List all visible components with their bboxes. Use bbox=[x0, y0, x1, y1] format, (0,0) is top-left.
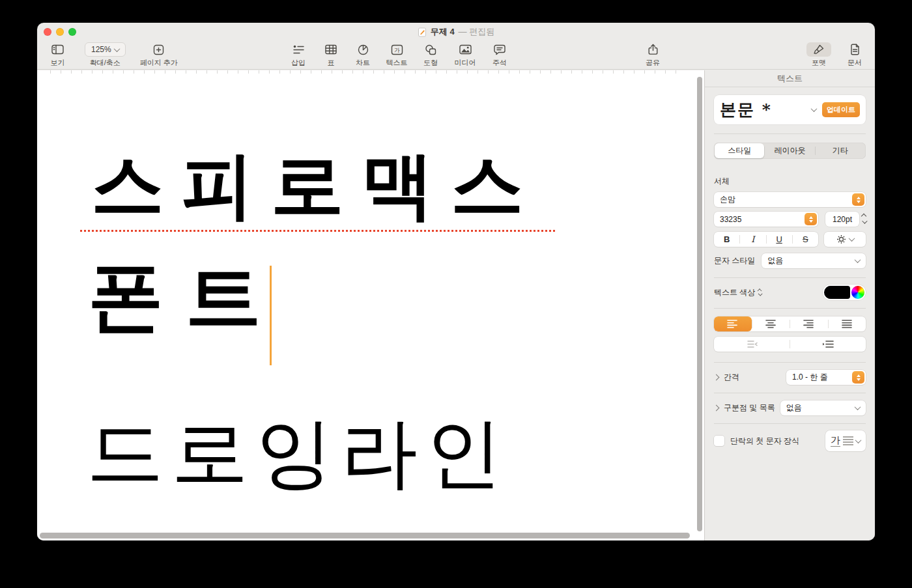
pie-chart-icon bbox=[351, 42, 375, 57]
divider bbox=[714, 277, 866, 278]
increase-indent-button[interactable] bbox=[790, 337, 866, 352]
divider bbox=[714, 423, 866, 424]
toolbar: 보기 125% 확대/축소 페이지 추가 삽입 bbox=[37, 40, 875, 70]
update-style-button[interactable]: 업데이트 bbox=[822, 102, 860, 117]
insert-button[interactable]: 삽입 bbox=[283, 42, 313, 68]
font-family-value: 손맘 bbox=[720, 194, 852, 205]
gear-icon bbox=[836, 234, 846, 244]
share-button[interactable]: 공유 bbox=[638, 42, 668, 68]
media-button[interactable]: 미디어 bbox=[449, 42, 481, 68]
divider bbox=[714, 362, 866, 363]
window-title: 무제 4 bbox=[431, 26, 455, 38]
advanced-options-button[interactable] bbox=[824, 232, 866, 247]
table-icon bbox=[319, 42, 343, 57]
stepper-icon bbox=[852, 371, 864, 384]
updown-chevrons-icon bbox=[758, 289, 762, 296]
font-style-popup[interactable]: 33235 bbox=[714, 212, 818, 227]
tab-style[interactable]: 스타일 bbox=[715, 143, 764, 158]
vertical-scrollbar[interactable] bbox=[697, 77, 702, 531]
format-button[interactable]: 포맷 bbox=[803, 42, 834, 68]
bold-button[interactable]: B bbox=[714, 232, 739, 247]
bullets-label: 구분점 및 목록 bbox=[724, 402, 775, 413]
dropcap-lines-icon bbox=[843, 436, 853, 445]
tab-layout[interactable]: 레이아웃 bbox=[765, 143, 814, 158]
stepper-icon bbox=[805, 213, 817, 225]
format-brush-icon bbox=[806, 42, 831, 57]
spacing-popup[interactable]: 1.0 - 한 줄 bbox=[786, 370, 866, 385]
text-format-segment: B I U S bbox=[714, 232, 818, 247]
view-button[interactable]: 보기 bbox=[45, 42, 70, 68]
zoom-dropdown[interactable]: 125% bbox=[85, 42, 126, 57]
align-right-button[interactable] bbox=[790, 316, 828, 331]
italic-button[interactable]: I bbox=[740, 232, 765, 247]
media-icon bbox=[453, 42, 478, 57]
font-section-label: 서체 bbox=[714, 176, 866, 187]
disclosure-chevron-icon[interactable] bbox=[713, 374, 720, 381]
chevron-down-icon bbox=[855, 404, 861, 410]
chevron-down-icon bbox=[113, 46, 120, 52]
sidebar-title: 텍스트 bbox=[714, 70, 866, 87]
stepper-icon bbox=[852, 193, 864, 206]
strikethrough-button[interactable]: S bbox=[793, 232, 818, 247]
font-size-stepper[interactable] bbox=[862, 214, 866, 224]
chart-button[interactable]: 차트 bbox=[349, 42, 377, 68]
current-color-swatch[interactable] bbox=[824, 286, 850, 299]
text-color-well[interactable] bbox=[823, 285, 866, 300]
color-wheel-icon[interactable] bbox=[851, 286, 864, 299]
title-bar: 무제 4 — 편집됨 bbox=[37, 23, 875, 40]
document-settings-button[interactable]: 문서 bbox=[840, 42, 870, 68]
divider bbox=[714, 133, 866, 134]
char-style-label: 문자 스타일 bbox=[714, 255, 755, 266]
align-left-button[interactable] bbox=[714, 316, 752, 331]
alignment-segment bbox=[714, 316, 866, 331]
text-color-label: 텍스트 색상 bbox=[714, 287, 755, 298]
textbox-button[interactable]: 가 텍스트 bbox=[381, 42, 412, 68]
text-insertion-caret bbox=[270, 266, 272, 365]
chevron-down-icon bbox=[811, 105, 818, 112]
font-family-popup[interactable]: 손맘 bbox=[714, 192, 866, 207]
insert-icon bbox=[286, 42, 311, 57]
underline-button[interactable]: U bbox=[767, 232, 792, 247]
font-size-field[interactable]: 120pt bbox=[825, 212, 859, 227]
document-proxy-icon bbox=[418, 27, 427, 37]
view-sidebar-icon bbox=[45, 42, 70, 57]
align-justify-button[interactable] bbox=[829, 316, 866, 331]
chevron-down-icon bbox=[855, 257, 861, 263]
dropcap-style-button[interactable]: 가 bbox=[825, 430, 866, 451]
textbox-icon: 가 bbox=[384, 42, 410, 57]
paragraph-style-picker[interactable]: 본문 * 업데이트 bbox=[714, 95, 866, 124]
comment-button[interactable]: 주석 bbox=[485, 42, 514, 68]
shapes-icon bbox=[418, 42, 443, 57]
dropcap-preview-glyph: 가 bbox=[831, 435, 840, 447]
paragraph-style-name: 본문 * bbox=[720, 99, 812, 120]
document-text-line-1[interactable]: 스피로맥스 bbox=[91, 148, 541, 221]
chevron-down-icon bbox=[848, 235, 855, 242]
tab-more[interactable]: 기타 bbox=[816, 143, 865, 158]
share-icon bbox=[642, 42, 664, 57]
shape-button[interactable]: 도형 bbox=[416, 42, 445, 68]
zoom-control[interactable]: 125% 확대/축소 bbox=[85, 42, 126, 68]
spellcheck-underline bbox=[80, 230, 556, 232]
align-center-button[interactable] bbox=[752, 316, 790, 331]
horizontal-scrollbar[interactable] bbox=[40, 533, 690, 539]
char-style-popup[interactable]: 없음 bbox=[762, 253, 866, 268]
dropcap-checkbox[interactable] bbox=[714, 436, 724, 446]
chevron-down-icon bbox=[855, 437, 862, 443]
add-page-icon bbox=[147, 42, 171, 57]
format-sidebar: 텍스트 본문 * 업데이트 스타일 레이아웃 기타 서체 손맘 33235 bbox=[704, 70, 875, 540]
document-text-line-3[interactable]: 드로잉라인 bbox=[87, 414, 510, 491]
decrease-indent-button[interactable] bbox=[714, 337, 790, 352]
svg-text:가: 가 bbox=[394, 47, 400, 53]
comment-icon bbox=[487, 42, 512, 57]
pages-window: 무제 4 — 편집됨 보기 125% 확대/축소 bbox=[37, 23, 875, 540]
spacing-label: 간격 bbox=[724, 372, 739, 383]
bullets-popup[interactable]: 없음 bbox=[780, 400, 866, 415]
disclosure-chevron-icon[interactable] bbox=[713, 405, 720, 412]
divider bbox=[714, 393, 866, 393]
document-text-line-2[interactable]: 폰트 bbox=[88, 259, 283, 335]
table-button[interactable]: 표 bbox=[317, 42, 345, 68]
document-canvas[interactable]: 스피로맥스 폰트 드로잉라인 bbox=[37, 70, 704, 540]
window-edited-state: — 편집됨 bbox=[459, 26, 495, 38]
indent-segment bbox=[714, 337, 866, 352]
add-page-button[interactable]: 페이지 추가 bbox=[140, 42, 178, 68]
